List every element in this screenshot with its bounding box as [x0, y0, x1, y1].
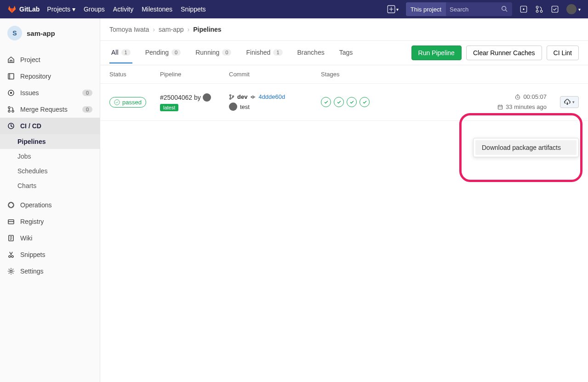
- user-menu[interactable]: ▾: [566, 4, 581, 14]
- svg-point-1: [502, 6, 506, 10]
- search-icon[interactable]: [497, 6, 512, 13]
- sidebar-item-wiki[interactable]: Wiki: [0, 230, 100, 246]
- snippets-icon: [7, 251, 15, 258]
- latest-tag: latest: [160, 104, 178, 111]
- check-circle-icon: [114, 99, 120, 105]
- svg-point-6: [540, 10, 542, 12]
- tab-count: 1: [121, 49, 131, 56]
- commit-message[interactable]: test: [240, 103, 250, 110]
- sidebar-sub-pipelines[interactable]: Pipelines: [0, 134, 100, 149]
- sidebar-item-label: Repository: [20, 73, 51, 80]
- ci-lint-button[interactable]: CI Lint: [547, 46, 579, 60]
- repo-icon: [7, 73, 15, 80]
- commit-sha[interactable]: 4ddde60d: [258, 93, 285, 100]
- sidebar-item-label: Issues: [20, 89, 39, 97]
- run-pipeline-button[interactable]: Run Pipeline: [411, 46, 462, 60]
- merge-icon: [7, 106, 15, 113]
- download-cloud-icon: [564, 99, 571, 105]
- breadcrumbs: Tomoya Iwata › sam-app › Pipelines: [100, 18, 588, 41]
- merge-request-icon[interactable]: [535, 5, 543, 13]
- svg-point-22: [233, 96, 234, 97]
- chevron-down-icon: ▾: [572, 100, 575, 104]
- nav-milestones[interactable]: Milestones: [142, 4, 172, 15]
- sidebar-sub-jobs[interactable]: Jobs: [0, 149, 100, 164]
- plus-icon: [387, 5, 395, 13]
- tab-branches[interactable]: Branches: [296, 42, 326, 63]
- sidebar-item-project[interactable]: Project: [0, 51, 100, 68]
- tabs-row: All1Pending0Running0Finished1BranchesTag…: [100, 41, 588, 65]
- stage-passed[interactable]: [360, 97, 370, 107]
- svg-point-3: [523, 8, 524, 10]
- nav-projects[interactable]: Projects▾: [47, 4, 75, 15]
- status-badge-passed[interactable]: passed: [109, 97, 146, 108]
- sidebar-item-label: Merge Requests: [20, 106, 68, 113]
- tab-label: Running: [195, 49, 219, 56]
- tab-label: Finished: [246, 49, 270, 56]
- svg-point-4: [536, 6, 538, 8]
- tab-all[interactable]: All1: [109, 42, 132, 63]
- wiki-icon: [7, 234, 15, 242]
- nav-snippets[interactable]: Snippets: [181, 4, 206, 15]
- branch-name[interactable]: dev: [237, 93, 247, 100]
- check-icon: [337, 100, 342, 105]
- tab-pending[interactable]: Pending0: [143, 42, 183, 63]
- search-scope[interactable]: This project: [406, 2, 446, 16]
- project-avatar: S: [7, 26, 22, 40]
- stage-passed[interactable]: [347, 97, 357, 107]
- main-content: Tomoya Iwata › sam-app › Pipelines All1P…: [100, 18, 588, 382]
- col-status: Status: [109, 71, 160, 78]
- chevron-down-icon: ▾: [396, 7, 399, 12]
- svg-rect-7: [552, 6, 558, 12]
- sidebar-item-operations[interactable]: Operations: [0, 197, 100, 213]
- tab-finished[interactable]: Finished1: [244, 42, 284, 63]
- col-commit: Commit: [229, 71, 321, 78]
- author-avatar[interactable]: [203, 93, 211, 102]
- svg-point-13: [12, 110, 14, 112]
- project-name: sam-app: [27, 29, 55, 37]
- project-header[interactable]: S sam-app: [0, 18, 100, 48]
- clear-caches-button[interactable]: Clear Runner Caches: [466, 46, 542, 60]
- tab-label: All: [111, 49, 119, 56]
- by-text: by: [194, 94, 201, 101]
- sidebar-item-label: Wiki: [20, 234, 32, 242]
- sidebar-item-ci-cd[interactable]: CI / CD: [0, 118, 100, 134]
- svg-rect-25: [498, 105, 502, 109]
- stage-passed[interactable]: [334, 97, 344, 107]
- breadcrumb-item[interactable]: sam-app: [159, 26, 183, 33]
- pipeline-row: passed #25004062 by latest dev: [100, 84, 588, 121]
- svg-point-5: [536, 10, 538, 12]
- sidebar-item-label: Settings: [20, 268, 44, 275]
- col-pipeline: Pipeline: [160, 71, 229, 78]
- svg-rect-8: [8, 74, 14, 79]
- sidebar-sub-charts[interactable]: Charts: [0, 178, 100, 193]
- ops-icon: [7, 201, 15, 209]
- gitlab-logo[interactable]: GitLab: [7, 5, 40, 14]
- sidebar-item-repository[interactable]: Repository: [0, 68, 100, 85]
- download-artifacts-button[interactable]: ▾: [560, 96, 579, 108]
- new-button[interactable]: ▾: [387, 5, 399, 13]
- sidebar-item-snippets[interactable]: Snippets: [0, 246, 100, 263]
- download-package-artifacts-item[interactable]: Download package artifacts: [475, 140, 577, 155]
- tab-running[interactable]: Running0: [194, 42, 233, 63]
- sidebar-item-issues[interactable]: Issues0: [0, 85, 100, 101]
- artifacts-dropdown: Download package artifacts: [473, 138, 579, 157]
- pipeline-id[interactable]: #25004062: [160, 94, 192, 101]
- search-box: This project: [406, 2, 512, 16]
- brand-text: GitLab: [19, 6, 40, 13]
- search-input[interactable]: [446, 6, 497, 13]
- sidebar-item-registry[interactable]: Registry: [0, 213, 100, 230]
- nav-activity[interactable]: Activity: [113, 4, 133, 15]
- breadcrumb-item[interactable]: Tomoya Iwata: [109, 26, 149, 33]
- nav-groups[interactable]: Groups: [84, 4, 105, 15]
- time-ago: 33 minutes ago: [506, 102, 547, 112]
- commit-author-avatar[interactable]: [229, 103, 237, 111]
- stage-passed[interactable]: [321, 97, 331, 107]
- todos-icon[interactable]: [551, 5, 559, 13]
- sidebar-item-settings[interactable]: Settings: [0, 263, 100, 279]
- svg-point-18: [10, 270, 12, 273]
- issues-icon[interactable]: [519, 5, 528, 13]
- sidebar-item-merge-requests[interactable]: Merge Requests0: [0, 101, 100, 118]
- branch-icon: [229, 94, 234, 100]
- sidebar-sub-schedules[interactable]: Schedules: [0, 164, 100, 178]
- tab-tags[interactable]: Tags: [337, 42, 355, 63]
